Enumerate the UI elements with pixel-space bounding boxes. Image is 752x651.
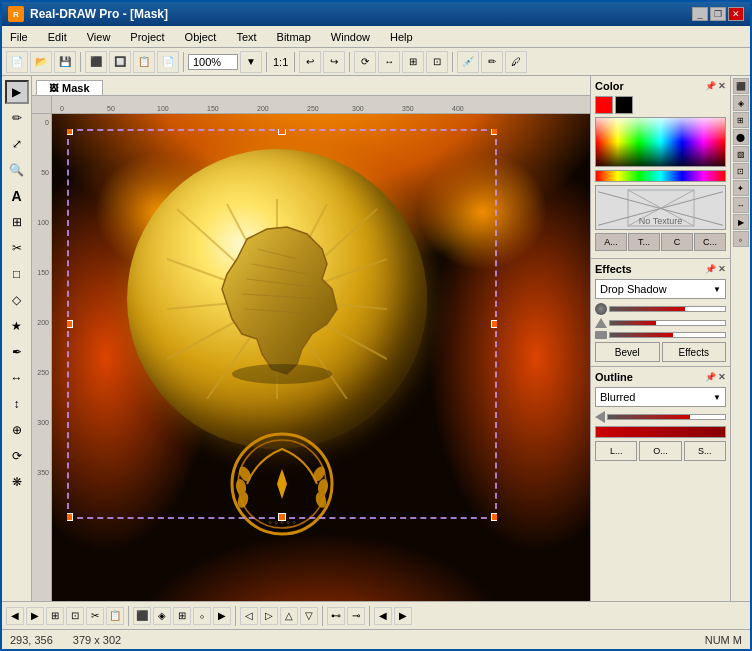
undo-button[interactable]: ↩ [299, 51, 321, 73]
outline-panel-close[interactable]: ✕ [718, 372, 726, 382]
bottom-btn-fwd[interactable]: ▶ [26, 607, 44, 625]
handle-tm[interactable] [278, 129, 286, 135]
rt-btn-2[interactable]: ◈ [733, 95, 749, 111]
handle-ml[interactable] [67, 320, 73, 328]
close-button[interactable]: ✕ [728, 7, 744, 21]
color-spectrum[interactable] [595, 117, 726, 167]
color-subtab-a[interactable]: A... [595, 233, 627, 251]
rt-btn-9[interactable]: ▶ [733, 214, 749, 230]
bottom-btn-h[interactable]: ⬦ [193, 607, 211, 625]
outline-slider-track[interactable] [607, 414, 726, 420]
hue-slider[interactable] [595, 170, 726, 182]
tool-text[interactable]: A [5, 184, 29, 208]
tool-select[interactable]: ▶ [5, 80, 29, 104]
handle-mr[interactable] [491, 320, 497, 328]
rt-btn-8[interactable]: ↔ [733, 197, 749, 213]
new-button[interactable]: 📄 [6, 51, 28, 73]
color-panel-close[interactable]: ✕ [718, 81, 726, 91]
handle-tr[interactable] [491, 129, 497, 135]
tool-d[interactable]: 📄 [157, 51, 179, 73]
tool-align[interactable]: ⊞ [402, 51, 424, 73]
tool-eyedrop[interactable]: 💉 [457, 51, 479, 73]
handle-bl[interactable] [67, 513, 73, 521]
menu-object[interactable]: Object [181, 30, 221, 44]
minimize-button[interactable]: _ [692, 7, 708, 21]
menu-help[interactable]: Help [386, 30, 417, 44]
rt-btn-10[interactable]: ⬦ [733, 231, 749, 247]
tool-flip[interactable]: ↔ [378, 51, 400, 73]
tool-arrow-v[interactable]: ↕ [5, 392, 29, 416]
tool-zoom[interactable]: 🔍 [5, 158, 29, 182]
bottom-btn-n[interactable]: ⊷ [327, 607, 345, 625]
tool-special[interactable]: ❋ [5, 470, 29, 494]
rt-btn-1[interactable]: ⬛ [733, 78, 749, 94]
tool-group[interactable]: ⊡ [426, 51, 448, 73]
bevel-button[interactable]: Bevel [595, 342, 660, 362]
outline-dropdown[interactable]: Blurred ▼ [595, 387, 726, 407]
color-panel-pin[interactable]: 📌 [705, 81, 716, 91]
effects-button[interactable]: Effects [662, 342, 727, 362]
outline-icon-o[interactable]: O... [639, 441, 681, 461]
bottom-btn-o[interactable]: ⊸ [347, 607, 365, 625]
menu-text[interactable]: Text [232, 30, 260, 44]
menu-bitmap[interactable]: Bitmap [273, 30, 315, 44]
rt-btn-6[interactable]: ⊡ [733, 163, 749, 179]
tab-mask[interactable]: 🖼 Mask [36, 80, 103, 95]
tool-rotate[interactable]: ⟳ [354, 51, 376, 73]
bottom-btn-k[interactable]: ▷ [260, 607, 278, 625]
bottom-btn-c[interactable]: ✂ [86, 607, 104, 625]
outline-icon-l[interactable]: L... [595, 441, 637, 461]
outline-panel-pin[interactable]: 📌 [705, 372, 716, 382]
tool-diamond[interactable]: ◇ [5, 288, 29, 312]
tool-pattern[interactable]: ⊞ [5, 210, 29, 234]
menu-view[interactable]: View [83, 30, 115, 44]
redo-button[interactable]: ↪ [323, 51, 345, 73]
slider-track-3[interactable] [609, 332, 726, 338]
slider-track-1[interactable] [609, 306, 726, 312]
slider-track-2[interactable] [609, 320, 726, 326]
tool-arrow-h[interactable]: ↔ [5, 366, 29, 390]
bottom-btn-b[interactable]: ⊡ [66, 607, 84, 625]
restore-button[interactable]: ❐ [710, 7, 726, 21]
outline-icon-s[interactable]: S... [684, 441, 726, 461]
bottom-btn-arrow-left[interactable]: ◀ [374, 607, 392, 625]
bottom-btn-d[interactable]: 📋 [106, 607, 124, 625]
tool-c[interactable]: 📋 [133, 51, 155, 73]
effects-dropdown[interactable]: Drop Shadow ▼ [595, 279, 726, 299]
texture-area[interactable]: No Texture [595, 185, 726, 230]
tool-rect[interactable]: □ [5, 262, 29, 286]
zoom-dropdown[interactable]: ▼ [240, 51, 262, 73]
bottom-btn-i[interactable]: ▶ [213, 607, 231, 625]
bottom-btn-arrow-right[interactable]: ▶ [394, 607, 412, 625]
effects-panel-close[interactable]: ✕ [718, 264, 726, 274]
open-button[interactable]: 📂 [30, 51, 52, 73]
tool-draw[interactable]: ✏ [5, 106, 29, 130]
color-subtab-t[interactable]: T... [628, 233, 660, 251]
bottom-btn-m[interactable]: ▽ [300, 607, 318, 625]
menu-window[interactable]: Window [327, 30, 374, 44]
color-subtab-c[interactable]: C [661, 233, 693, 251]
tool-pen[interactable]: ✏ [481, 51, 503, 73]
bottom-btn-back[interactable]: ◀ [6, 607, 24, 625]
menu-edit[interactable]: Edit [44, 30, 71, 44]
swatch-black[interactable] [615, 96, 633, 114]
tool-a[interactable]: ⬛ [85, 51, 107, 73]
tool-rotate2[interactable]: ⟳ [5, 444, 29, 468]
bottom-btn-a[interactable]: ⊞ [46, 607, 64, 625]
bottom-btn-l[interactable]: △ [280, 607, 298, 625]
rt-btn-7[interactable]: ✦ [733, 180, 749, 196]
save-button[interactable]: 💾 [54, 51, 76, 73]
effects-panel-pin[interactable]: 📌 [705, 264, 716, 274]
color-subtab-c2[interactable]: C... [694, 233, 726, 251]
handle-br[interactable] [491, 513, 497, 521]
menu-project[interactable]: Project [126, 30, 168, 44]
swatch-red[interactable] [595, 96, 613, 114]
bottom-btn-j[interactable]: ◁ [240, 607, 258, 625]
tool-transform[interactable]: ⤢ [5, 132, 29, 156]
tool-cut[interactable]: ✂ [5, 236, 29, 260]
handle-tl[interactable] [67, 129, 73, 135]
tool-star[interactable]: ★ [5, 314, 29, 338]
tool-pen2[interactable]: ✒ [5, 340, 29, 364]
outline-color-bar[interactable] [595, 426, 726, 438]
rt-btn-5[interactable]: ▧ [733, 146, 749, 162]
